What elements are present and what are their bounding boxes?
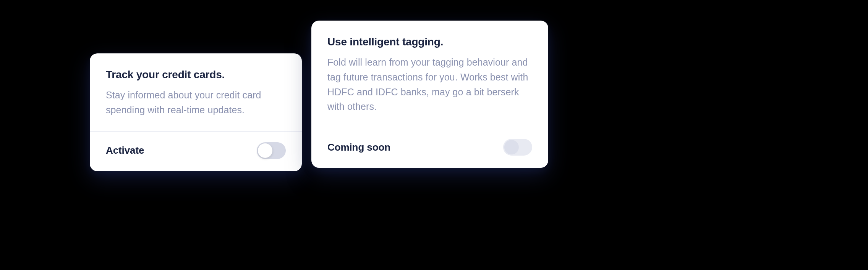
credit-card-tracking-card: Track your credit cards. Stay informed a… bbox=[90, 53, 302, 171]
card-title: Use intelligent tagging. bbox=[327, 36, 532, 48]
card-description: Fold will learn from your tagging behavi… bbox=[327, 55, 532, 114]
coming-soon-toggle bbox=[503, 139, 532, 156]
card-body: Track your credit cards. Stay informed a… bbox=[90, 53, 302, 131]
card-title: Track your credit cards. bbox=[106, 69, 286, 81]
activate-label: Activate bbox=[106, 145, 144, 156]
coming-soon-label: Coming soon bbox=[327, 141, 390, 153]
activate-toggle[interactable] bbox=[257, 142, 286, 159]
toggle-knob bbox=[258, 143, 272, 158]
toggle-knob bbox=[504, 140, 519, 154]
card-footer: Activate bbox=[90, 131, 302, 171]
intelligent-tagging-card: Use intelligent tagging. Fold will learn… bbox=[311, 21, 548, 168]
card-description: Stay informed about your credit card spe… bbox=[106, 88, 286, 117]
card-footer: Coming soon bbox=[311, 128, 548, 168]
card-body: Use intelligent tagging. Fold will learn… bbox=[311, 21, 548, 128]
